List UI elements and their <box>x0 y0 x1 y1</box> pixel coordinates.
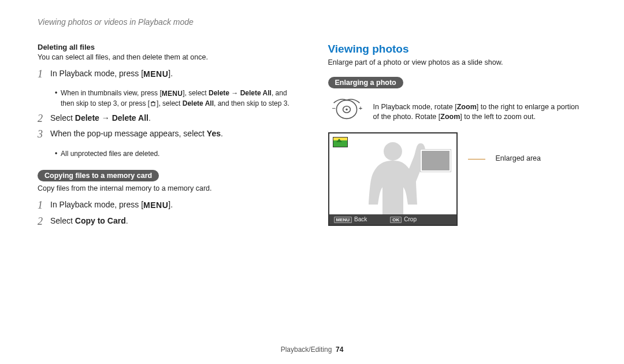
preview-body <box>329 133 456 214</box>
step-text: In Playback mode, press [ <box>50 200 143 209</box>
footer-ok-crop: OKCrop <box>390 216 417 223</box>
menu-button-label-small: MENU <box>162 90 183 98</box>
svg-point-7 <box>346 109 348 111</box>
copying-pill: Copying files to a memory card <box>38 170 159 181</box>
manual-page: Viewing photos or videos in Playback mod… <box>0 0 624 364</box>
zoom-dial-icon: − + <box>328 96 365 124</box>
svg-text:+: + <box>358 105 362 112</box>
page-number: 74 <box>336 346 343 354</box>
right-column: Viewing photos Enlarge part of a photo o… <box>328 43 587 236</box>
enlarged-area-indicator <box>421 150 451 172</box>
left-column: Deleting all files You can select all fi… <box>38 43 296 236</box>
photo-preview: MENUBack OKCrop <box>328 132 458 226</box>
viewing-photos-body: Enlarge part of a photo or view photos a… <box>328 58 587 68</box>
step-3: 3 When the pop-up message appears, selec… <box>38 128 296 141</box>
step-text: Select <box>50 216 75 225</box>
step-text: When the pop-up message appears, select <box>50 129 207 138</box>
copying-body: Copy files from the internal memory to a… <box>38 184 296 194</box>
copy-step-1: 1 In Playback mode, press [MENU]. <box>38 199 296 212</box>
step-number: 2 <box>38 216 50 228</box>
ok-badge-icon: OK <box>390 217 402 223</box>
step-text: ]. <box>168 69 173 78</box>
child-silhouette-icon <box>350 133 436 214</box>
step-text: In Playback mode, press [ <box>50 69 143 78</box>
step-1: 1 In Playback mode, press [MENU]. <box>38 68 296 81</box>
deleting-heading: Deleting all files <box>38 43 296 51</box>
menu-badge-icon: MENU <box>334 217 352 223</box>
footer-section: Playback/Editing <box>281 346 332 354</box>
step-text: Select <box>50 113 75 122</box>
step-number: 3 <box>38 128 50 141</box>
deleting-steps: 1 In Playback mode, press [MENU]. <box>38 68 296 81</box>
breadcrumb-title: Viewing photos or videos in Playback mod… <box>38 17 586 27</box>
step-3-note: All unprotected files are deleted. <box>38 149 296 158</box>
step-2: 2 Select Delete → Delete All. <box>38 113 296 125</box>
enlarging-pill: Enlarging a photo <box>328 77 403 88</box>
menu-button-label: MENU <box>143 69 168 79</box>
landscape-thumbnail-icon <box>333 137 348 147</box>
callout-line-icon <box>468 159 485 159</box>
step-1-note: When in thumbnails view, press [MENU], s… <box>38 88 296 109</box>
deleting-body: You can select all files, and then delet… <box>38 53 296 62</box>
menu-button-label: MENU <box>143 200 168 210</box>
trash-icon <box>150 100 157 109</box>
preview-row: MENUBack OKCrop Enlarged area <box>328 132 587 226</box>
preview-footer: MENUBack OKCrop <box>329 214 456 225</box>
step-number: 1 <box>38 68 50 81</box>
enlarged-area-callout: Enlarged area <box>496 154 541 162</box>
zoom-row: − + In Playback mode, rotate [Zoom] to t… <box>328 96 587 124</box>
svg-text:−: − <box>332 105 336 112</box>
two-column-layout: Deleting all files You can select all fi… <box>38 43 586 236</box>
zoom-instruction: In Playback mode, rotate [Zoom] to the r… <box>373 96 587 122</box>
footer-menu-back: MENUBack <box>334 216 367 223</box>
step-number: 2 <box>38 113 50 125</box>
viewing-photos-heading: Viewing photos <box>328 43 587 55</box>
svg-rect-0 <box>151 102 155 106</box>
deleting-steps-cont: 2 Select Delete → Delete All. 3 When the… <box>38 113 296 141</box>
copying-steps: 1 In Playback mode, press [MENU]. 2 Sele… <box>38 199 296 228</box>
copy-step-2: 2 Select Copy to Card. <box>38 216 296 228</box>
step-number: 1 <box>38 199 50 212</box>
page-footer: Playback/Editing 74 <box>0 346 624 354</box>
